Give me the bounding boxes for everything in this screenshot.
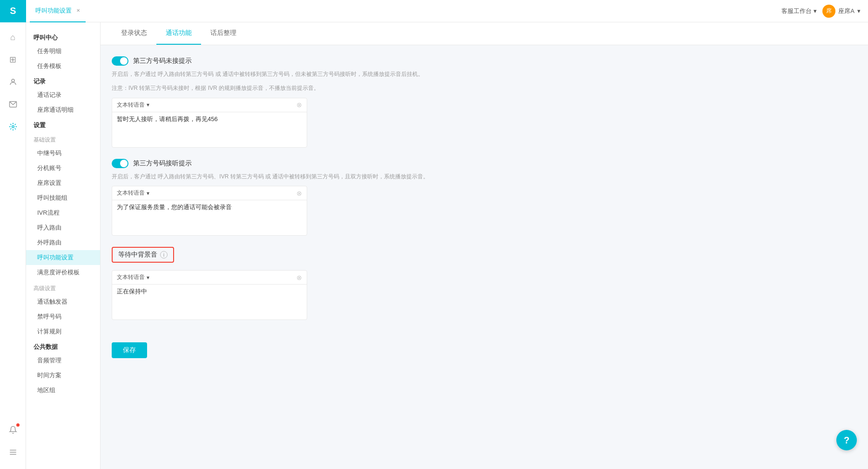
block2-textarea-input[interactable] [117, 203, 302, 231]
nav-item-seat-settings[interactable]: 座席设置 [26, 176, 100, 190]
block1-toggle-row: 第三方号码未接提示 [112, 56, 857, 66]
nav-item-calc-rules[interactable]: 计算规则 [26, 324, 100, 339]
tab-bar: 呼叫功能设置 ✕ [26, 0, 86, 22]
nav-item-relay-number[interactable]: 中继号码 [26, 146, 100, 161]
nav-item-blocklist[interactable]: 禁呼号码 [26, 309, 100, 324]
nav-item-inbound-route[interactable]: 呼入路由 [26, 220, 100, 235]
block1-textarea-card: 文本转语音 ▾ ⊗ [112, 98, 307, 148]
nav-item-call-trigger[interactable]: 通话触发器 [26, 294, 100, 309]
tab-after-call[interactable]: 话后整理 [201, 22, 246, 45]
block3-textarea-card: 文本转语音 ▾ ⊗ [112, 270, 307, 320]
nav-item-ivr[interactable]: IVR流程 [26, 205, 100, 220]
block1-toggle-label: 第三方号码未接提示 [133, 57, 192, 65]
topbar: S 呼叫功能设置 ✕ 客服工作台 ▾ 席 座席A ▾ [0, 0, 868, 22]
block2-toggle-label: 第三方号码接听提示 [133, 159, 192, 168]
nav-sidebar: 呼叫中心 任务明细 任务模板 记录 通话记录 座席通话明细 设置 基础设置 中继… [26, 22, 101, 469]
nav-section-public: 公共数据 [26, 339, 100, 353]
topbar-right: 客服工作台 ▾ 席 座席A ▾ [781, 5, 861, 18]
nav-item-satisfaction[interactable]: 满意度评价模板 [26, 265, 100, 280]
user-chevron-icon: ▾ [857, 7, 861, 14]
block3-title: 等待中背景音 [118, 251, 157, 259]
block1-desc2: 注意：IVR 转第三方号码未接时，根据 IVR 的规则播放提示音，不播放当前提示… [112, 83, 857, 93]
nav-item-task-detail[interactable]: 任务明细 [26, 44, 100, 59]
block2-textarea-body [112, 200, 307, 235]
block3-section: 等待中背景音 i 文本转语音 ▾ ⊗ [112, 247, 857, 320]
svg-point-2 [12, 126, 14, 128]
block1-textarea-type[interactable]: 文本转语音 ▾ [117, 101, 149, 109]
nav-section-settings: 设置 [26, 117, 100, 131]
content-tabs: 登录状态 通话功能 话后整理 [101, 22, 868, 45]
block1-textarea-close-icon[interactable]: ⊗ [296, 101, 302, 109]
block2-section: 第三方号码接听提示 开启后，客户通过 呼入路由转第三方号码、IVR 转第三方号码… [112, 159, 857, 236]
icon-sidebar-bottom [4, 421, 22, 469]
block1-textarea-input[interactable] [117, 115, 302, 143]
content-body: 第三方号码未接提示 开启后，客户通过 呼入路由转第三方号码 或 通话中被转移到第… [101, 45, 868, 369]
content-area: 登录状态 通话功能 话后整理 第三方号码未接提示 开启后，客户通过 呼入路由转第… [101, 22, 868, 469]
sidebar-icon-menu[interactable] [4, 443, 22, 462]
block3-info-icon[interactable]: i [160, 251, 168, 258]
block2-textarea-header: 文本转语音 ▾ ⊗ [112, 186, 307, 200]
user-area[interactable]: 席 座席A ▾ [822, 5, 861, 18]
block2-toggle[interactable] [112, 159, 128, 168]
nav-item-region-group[interactable]: 地区组 [26, 383, 100, 398]
tab-call-features[interactable]: 通话功能 [156, 22, 201, 45]
block2-textarea-card: 文本转语音 ▾ ⊗ [112, 186, 307, 236]
nav-item-extension[interactable]: 分机账号 [26, 161, 100, 176]
nav-item-audio-mgmt[interactable]: 音频管理 [26, 353, 100, 368]
block2-textarea-type[interactable]: 文本转语音 ▾ [117, 189, 149, 197]
sidebar-icon-user[interactable] [4, 73, 22, 91]
main-layout: ⌂ ⊞ 呼叫中心 任务明细 任务模板 记录 通话记录 座席通话明细 设置 [0, 22, 868, 469]
block1-dropdown-icon: ▾ [147, 102, 149, 108]
chevron-down-icon: ▾ [814, 7, 817, 14]
nav-item-skill-group[interactable]: 呼叫技能组 [26, 190, 100, 205]
block1-section: 第三方号码未接提示 开启后，客户通过 呼入路由转第三方号码 或 通话中被转移到第… [112, 56, 857, 148]
nav-item-agent-records[interactable]: 座席通话明细 [26, 102, 100, 117]
block3-textarea-close-icon[interactable]: ⊗ [296, 274, 302, 281]
notification-badge [16, 423, 20, 427]
block3-textarea-input[interactable] [117, 287, 302, 315]
tab-close-icon[interactable]: ✕ [76, 8, 80, 13]
svg-point-0 [12, 79, 14, 82]
block3-textarea-type[interactable]: 文本转语音 ▾ [117, 273, 149, 281]
block2-dropdown-icon: ▾ [147, 190, 149, 197]
service-workbench-btn[interactable]: 客服工作台 ▾ [781, 7, 817, 15]
topbar-left: S 呼叫功能设置 ✕ [0, 0, 86, 22]
nav-item-outbound-route[interactable]: 外呼路由 [26, 235, 100, 250]
nav-item-call-features[interactable]: 呼叫功能设置 [26, 250, 100, 265]
block1-desc1: 开启后，客户通过 呼入路由转第三方号码 或 通话中被转移到第三方号码，但未被第三… [112, 69, 857, 79]
block2-toggle-row: 第三方号码接听提示 [112, 159, 857, 168]
icon-sidebar: ⌂ ⊞ [0, 22, 26, 469]
nav-sub-advanced: 高级设置 [26, 280, 100, 294]
nav-item-task-template[interactable]: 任务模板 [26, 59, 100, 74]
block2-desc: 开启后，客户通过 呼入路由转第三方号码、IVR 转第三方号码 或 通话中被转移到… [112, 172, 857, 181]
block3-highlight-section: 等待中背景音 i [112, 247, 174, 263]
block1-textarea-header: 文本转语音 ▾ ⊗ [112, 98, 307, 112]
help-button[interactable]: ? [836, 430, 857, 450]
sidebar-icon-home[interactable]: ⌂ [4, 28, 22, 47]
nav-section-records: 记录 [26, 74, 100, 88]
logo: S [0, 0, 26, 22]
block3-textarea-header: 文本转语音 ▾ ⊗ [112, 271, 307, 285]
nav-item-time-plan[interactable]: 时间方案 [26, 368, 100, 383]
main-tab[interactable]: 呼叫功能设置 ✕ [30, 0, 86, 22]
block1-textarea-body [112, 112, 307, 147]
block3-textarea-body [112, 285, 307, 319]
sidebar-icon-mail[interactable] [4, 95, 22, 114]
block2-textarea-close-icon[interactable]: ⊗ [296, 190, 302, 197]
tab-login-status[interactable]: 登录状态 [112, 22, 156, 45]
sidebar-icon-grid[interactable]: ⊞ [4, 50, 22, 69]
block3-dropdown-icon: ▾ [147, 274, 149, 281]
block1-toggle[interactable] [112, 56, 128, 66]
nav-section-callcenter: 呼叫中心 [26, 30, 100, 44]
sidebar-icon-settings[interactable] [4, 117, 22, 136]
nav-sub-basic: 基础设置 [26, 131, 100, 146]
avatar: 席 [822, 5, 835, 18]
save-button[interactable]: 保存 [112, 342, 147, 358]
sidebar-icon-bell[interactable] [4, 421, 22, 439]
nav-item-call-records[interactable]: 通话记录 [26, 88, 100, 102]
